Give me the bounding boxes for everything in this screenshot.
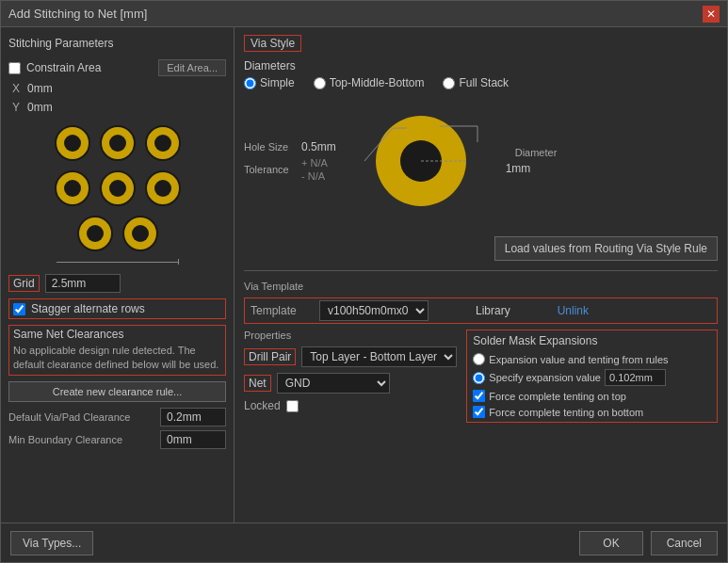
expansion-rules-label: Expansion value and tenting from rules bbox=[489, 354, 668, 365]
same-net-info: No applicable design rule detected. The … bbox=[13, 344, 221, 373]
stagger-checkbox[interactable] bbox=[13, 303, 25, 315]
svg-point-3 bbox=[109, 135, 126, 152]
min-boundary-row: Min Boundary Clearance bbox=[8, 430, 226, 449]
via-icon-2 bbox=[98, 123, 138, 163]
properties-left: Properties Drill Pair Top Layer - Bottom… bbox=[244, 330, 457, 412]
drill-pair-label: Drill Pair bbox=[244, 348, 296, 365]
close-button[interactable]: ✕ bbox=[703, 6, 720, 23]
offset-x-value: 0mm bbox=[27, 82, 53, 95]
locked-checkbox[interactable] bbox=[286, 400, 299, 412]
diameter-value: 1mm bbox=[506, 162, 558, 175]
via-icon-4 bbox=[53, 169, 92, 208]
hole-diagram-area: Hole Size 0.5mm Tolerance + N/A - N/A bbox=[244, 101, 718, 221]
grid-row: Grid bbox=[8, 274, 226, 293]
force-bottom-row: Force complete tenting on bottom bbox=[473, 406, 711, 418]
cancel-button[interactable]: Cancel bbox=[651, 531, 718, 555]
template-select[interactable]: v100h50m0mx0 bbox=[319, 300, 429, 321]
dialog: Add Stitching to Net [mm] ✕ Stitching Pa… bbox=[0, 0, 728, 563]
svg-point-5 bbox=[154, 135, 171, 152]
ok-button[interactable]: OK bbox=[579, 531, 642, 555]
diameter-info: Diameter 1mm bbox=[506, 147, 558, 175]
radio-fullstack-label: Full Stack bbox=[443, 76, 509, 89]
offset-y-row: Y 0mm bbox=[12, 101, 226, 114]
dialog-footer: Via Types... OK Cancel bbox=[1, 523, 727, 562]
solder-mask-section: Solder Mask Expansions Expansion value a… bbox=[466, 330, 718, 423]
force-bottom-label: Force complete tenting on bottom bbox=[489, 407, 643, 418]
via-style-tab[interactable]: Via Style bbox=[244, 35, 301, 52]
tolerance-label: Tolerance bbox=[244, 164, 296, 175]
net-select[interactable]: GND bbox=[277, 373, 390, 394]
grid-label: Grid bbox=[8, 275, 40, 292]
radio-simple-label: Simple bbox=[244, 76, 295, 89]
via-icon-6 bbox=[143, 169, 183, 208]
locked-label: Locked bbox=[244, 399, 281, 412]
offset-y-value: 0mm bbox=[27, 101, 53, 114]
svg-point-13 bbox=[87, 225, 104, 242]
svg-point-11 bbox=[154, 180, 171, 197]
create-rule-button[interactable]: Create new clearance rule... bbox=[8, 381, 226, 402]
via-icon-7 bbox=[75, 214, 115, 253]
right-panel: Via Style Diameters Simple Top-Middle-Bo… bbox=[235, 27, 727, 523]
via-icon-3 bbox=[143, 123, 183, 163]
template-label: Template bbox=[251, 304, 312, 317]
via-preview bbox=[8, 123, 226, 265]
library-row: Library Unlink bbox=[476, 304, 589, 317]
via-diagram bbox=[346, 105, 496, 217]
radio-full-stack[interactable] bbox=[443, 77, 455, 89]
diameter-radio-row: Simple Top-Middle-Bottom Full Stack bbox=[244, 76, 718, 89]
via-diagram-svg bbox=[355, 109, 487, 213]
diameter-label: Diameter bbox=[515, 147, 558, 158]
radio-tmb-label: Top-Middle-Bottom bbox=[314, 76, 425, 89]
min-boundary-input[interactable] bbox=[160, 430, 226, 449]
stitching-params-title: Stitching Parameters bbox=[8, 37, 226, 50]
radio-simple[interactable] bbox=[244, 77, 256, 89]
via-icon-8 bbox=[121, 214, 160, 253]
via-template-label: Via Template bbox=[244, 281, 718, 292]
default-via-pad-row: Default Via/Pad Clearance bbox=[8, 408, 226, 426]
force-bottom-checkbox[interactable] bbox=[473, 406, 485, 418]
solder-mask-title: Solder Mask Expansions bbox=[473, 334, 711, 347]
specify-expansion-row: Specify expansion value bbox=[473, 369, 711, 386]
divider-1 bbox=[244, 270, 718, 271]
expansion-rules-row: Expansion value and tenting from rules bbox=[473, 353, 711, 365]
via-icon-1 bbox=[53, 123, 92, 163]
stagger-label: Stagger alternate rows bbox=[31, 302, 145, 315]
tolerance-plus: + N/A bbox=[301, 157, 328, 169]
edit-area-button[interactable]: Edit Area... bbox=[158, 59, 226, 76]
tolerance-minus: - N/A bbox=[301, 170, 328, 182]
offset-x-row: X 0mm bbox=[12, 82, 226, 95]
drill-pair-select[interactable]: Top Layer - Bottom Layer bbox=[301, 346, 457, 367]
default-via-pad-label: Default Via/Pad Clearance bbox=[8, 411, 130, 423]
via-icon-5 bbox=[98, 169, 138, 208]
radio-tmb[interactable] bbox=[314, 77, 326, 89]
specify-expansion-radio[interactable] bbox=[473, 372, 485, 384]
force-top-row: Force complete tenting on top bbox=[473, 390, 711, 402]
force-top-checkbox[interactable] bbox=[473, 390, 485, 402]
expansion-rules-radio[interactable] bbox=[473, 353, 485, 365]
constrain-area-row: Constrain Area bbox=[8, 61, 101, 74]
footer-right: OK Cancel bbox=[579, 531, 718, 555]
grid-input[interactable] bbox=[45, 274, 121, 293]
constrain-area-checkbox[interactable] bbox=[8, 62, 21, 74]
same-net-title: Same Net Clearances bbox=[13, 328, 221, 341]
library-box: Template v100h50m0mx0 Library Unlink bbox=[244, 298, 718, 324]
same-net-section: Same Net Clearances No applicable design… bbox=[8, 325, 226, 376]
via-template-section: Via Template Template v100h50m0mx0 Libra… bbox=[244, 281, 718, 324]
hole-size-value: 0.5mm bbox=[301, 140, 336, 153]
locked-row: Locked bbox=[244, 399, 457, 412]
hole-size-label: Hole Size bbox=[244, 141, 296, 153]
drill-pair-row: Drill Pair Top Layer - Bottom Layer bbox=[244, 346, 457, 367]
specify-expansion-label: Specify expansion value bbox=[489, 372, 601, 383]
expansion-value-input[interactable] bbox=[605, 369, 666, 386]
load-values-button[interactable]: Load values from Routing Via Style Rule bbox=[494, 236, 718, 261]
min-boundary-label: Min Boundary Clearance bbox=[8, 434, 122, 445]
svg-point-15 bbox=[132, 225, 149, 242]
hole-size-row: Hole Size 0.5mm bbox=[244, 140, 336, 153]
unlink-button[interactable]: Unlink bbox=[558, 304, 589, 317]
dialog-body: Stitching Parameters Constrain Area Edit… bbox=[1, 27, 727, 523]
clearance-table: Default Via/Pad Clearance Min Boundary C… bbox=[8, 408, 226, 449]
svg-point-1 bbox=[64, 135, 81, 152]
via-types-button[interactable]: Via Types... bbox=[10, 531, 93, 555]
default-via-pad-input[interactable] bbox=[160, 408, 226, 426]
properties-area: Properties Drill Pair Top Layer - Bottom… bbox=[244, 330, 718, 423]
